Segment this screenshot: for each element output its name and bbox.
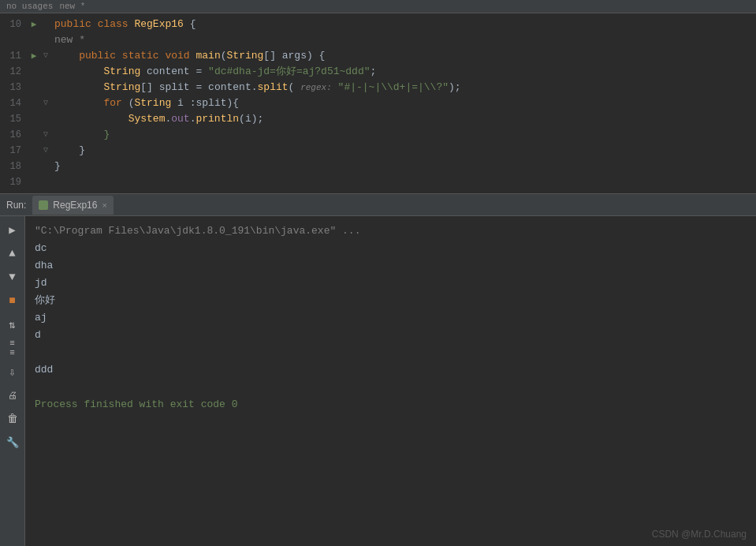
code-line-14: 14 ▽ for (String i :split){ xyxy=(0,95,756,111)
line-code-15: System.out.println(i); xyxy=(51,111,263,127)
code-line-13: 13 String[] split = content.split( regex… xyxy=(0,80,756,95)
output-finish-msg: Process finished with exit code 0 xyxy=(35,396,747,413)
run-down-button[interactable]: ▼ xyxy=(4,268,21,286)
output-result-chinese: 你好 xyxy=(35,292,747,309)
run-print-button[interactable]: 🖨 xyxy=(4,387,21,404)
run-import-button[interactable]: ⇩ xyxy=(4,363,21,380)
line-num-18: 18 xyxy=(0,159,28,174)
run-settings-button[interactable]: ≡≡ xyxy=(4,339,21,357)
code-line-new: new * xyxy=(0,32,756,48)
run-body: ▶ ▲ ▼ ■ ⇅ ≡≡ ⇩ 🖨 🗑 🔧 "C:\Program Files\J… xyxy=(0,216,756,546)
code-line-11: 11 ▶ ▽ public static void main(String[] … xyxy=(0,48,756,64)
code-line-16: 16 ▽ } xyxy=(0,127,756,143)
code-line-15: 15 System.out.println(i); xyxy=(0,111,756,127)
run-label: Run: xyxy=(6,200,26,211)
run-tab-close[interactable]: × xyxy=(102,200,106,210)
code-content: 10 ▶ public class RegExp16 { new * 11 ▶ … xyxy=(0,13,756,193)
line-code-17: } xyxy=(51,143,85,159)
line-num-16: 16 xyxy=(0,127,28,143)
info-bar: no usages new * xyxy=(0,0,756,13)
code-line-12: 12 String content = "dc#dha-jd=你好=aj?d51… xyxy=(0,64,756,80)
line-code-18: } xyxy=(51,159,61,174)
run-output: "C:\Program Files\Java\jdk1.8.0_191\bin\… xyxy=(25,216,756,546)
run-tab-bar: Run: RegExp16 × xyxy=(0,194,756,216)
line-num-17: 17 xyxy=(0,143,28,159)
line-code-13: String[] split = content.split( regex: "… xyxy=(51,80,461,95)
line-arrow-10[interactable]: ▶ xyxy=(28,17,40,32)
code-line-19: 19 xyxy=(0,174,756,190)
output-result-dc: dc xyxy=(35,240,747,257)
line-fold-11[interactable]: ▽ xyxy=(40,48,51,64)
line-fold-14[interactable]: ▽ xyxy=(40,95,51,111)
tab-icon xyxy=(39,200,48,210)
run-play-button[interactable]: ▶ xyxy=(4,221,21,238)
output-result-d: d xyxy=(35,327,747,344)
new-label-top: new * xyxy=(59,2,85,11)
line-arrow-11[interactable]: ▶ xyxy=(28,48,40,64)
no-usages-label: no usages xyxy=(6,2,53,11)
output-cmd-line: "C:\Program Files\Java\jdk1.8.0_191\bin\… xyxy=(35,223,747,240)
run-delete-button[interactable]: 🗑 xyxy=(4,410,21,428)
output-spacer xyxy=(35,379,747,396)
code-line-17: 17 ▽ } xyxy=(0,143,756,159)
line-num-19: 19 xyxy=(0,174,28,190)
line-code-11: public static void main(String[] args) { xyxy=(51,48,325,64)
run-tab[interactable]: RegExp16 × xyxy=(32,196,113,215)
output-result-aj: aj xyxy=(35,309,747,327)
run-rerun-button[interactable]: ⇅ xyxy=(4,316,21,333)
run-panel: Run: RegExp16 × ▶ ▲ ▼ ■ ⇅ ≡≡ ⇩ 🖨 🗑 🔧 "C:… xyxy=(0,194,756,546)
run-tab-name: RegExp16 xyxy=(53,200,97,211)
line-fold-16[interactable]: ▽ xyxy=(40,127,51,143)
output-result-ddd: ddd xyxy=(35,361,747,379)
output-result-jd: jd xyxy=(35,275,747,292)
run-up-button[interactable]: ▲ xyxy=(4,245,21,262)
code-line-10: 10 ▶ public class RegExp16 { xyxy=(0,17,756,32)
line-code-16: } xyxy=(51,127,110,143)
line-num-14: 14 xyxy=(0,95,28,111)
line-code-12: String content = "dc#dha-jd=你好=aj?d51~dd… xyxy=(51,64,376,80)
line-num-12: 12 xyxy=(0,64,28,80)
run-sidebar: ▶ ▲ ▼ ■ ⇅ ≡≡ ⇩ 🖨 🗑 🔧 xyxy=(0,216,25,546)
run-stop-button[interactable]: ■ xyxy=(4,292,21,309)
csdn-watermark: CSDN @Mr.D.Chuang xyxy=(652,529,747,540)
line-code-10: public class RegExp16 { xyxy=(51,17,196,32)
editor-area: no usages new * 10 ▶ public class RegExp… xyxy=(0,0,756,194)
line-fold-17[interactable]: ▽ xyxy=(40,143,51,159)
line-num-15: 15 xyxy=(0,111,28,127)
run-wrench-button[interactable]: 🔧 xyxy=(4,434,21,451)
line-num-11: 11 xyxy=(0,48,28,64)
line-code-new: new * xyxy=(51,32,85,48)
code-line-18: 18 } xyxy=(0,159,756,174)
output-empty-line xyxy=(35,344,747,361)
line-num-13: 13 xyxy=(0,80,28,95)
line-num-10: 10 xyxy=(0,17,28,32)
output-result-dha: dha xyxy=(35,257,747,275)
line-code-14: for (String i :split){ xyxy=(51,95,239,111)
